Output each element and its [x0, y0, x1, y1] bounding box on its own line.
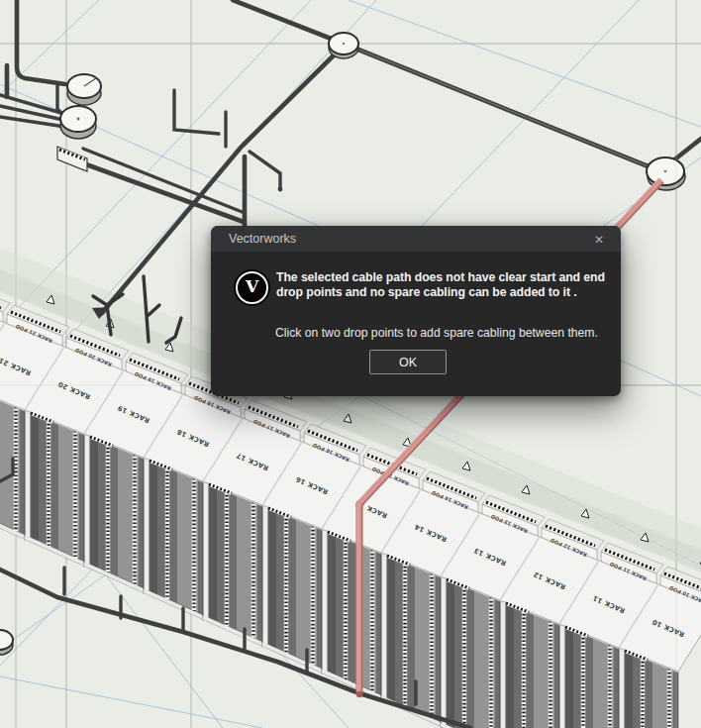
- drop-point-node: [60, 106, 96, 139]
- ok-button[interactable]: OK: [369, 350, 447, 374]
- dialog-title: Vectorworks: [229, 232, 296, 246]
- drop-point-node: [67, 74, 101, 105]
- dialog-message-secondary: Click on two drop points to add spare ca…: [275, 326, 634, 340]
- vectorworks-logo-icon: V: [234, 269, 270, 306]
- close-icon[interactable]: ✕: [590, 231, 608, 249]
- drop-point-node: [0, 630, 13, 655]
- alert-dialog: Vectorworks ✕ V The selected cable path …: [211, 226, 621, 396]
- drawing-canvas[interactable]: RACK 22 PODRACK 22RACK 21 PODRACK 21RACK…: [0, 0, 701, 728]
- dialog-message-primary: The selected cable path does not have cl…: [276, 270, 635, 300]
- drop-point-node: [329, 33, 358, 58]
- dialog-titlebar[interactable]: Vectorworks: [211, 226, 621, 252]
